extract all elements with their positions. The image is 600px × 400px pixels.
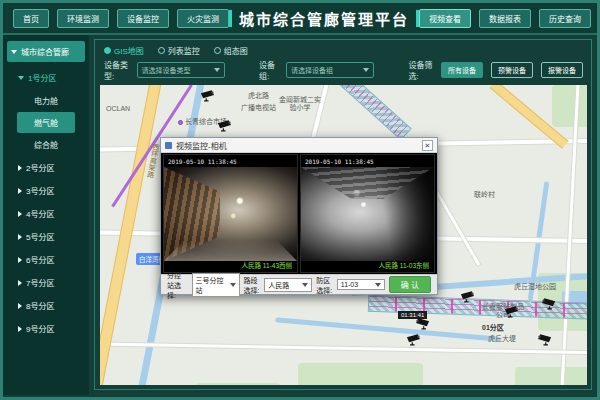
radio-list-monitor[interactable]: 列表监控 bbox=[158, 45, 200, 56]
radio-gis-map[interactable]: GIS地图 bbox=[104, 45, 144, 56]
sidebar-item-utility-cabin[interactable]: 综合舱 bbox=[17, 134, 75, 155]
radio-scada-view[interactable]: 组态图 bbox=[214, 45, 248, 56]
chevron-down-icon bbox=[11, 50, 17, 54]
dialog-controls: 分控站选择: 三号分控站 路段选择: 人民路 防区选择: 11-03 确 认 bbox=[161, 274, 437, 294]
sidebar-item-zone7[interactable]: 7号分区 bbox=[3, 271, 89, 294]
sidebar-item-zone6[interactable]: 6号分区 bbox=[3, 248, 89, 271]
nav-fire-monitor-button[interactable]: 火灾监测 bbox=[177, 9, 229, 28]
close-icon[interactable]: ✕ bbox=[422, 140, 433, 151]
video-location-label: 人民路 11-03东侧 bbox=[379, 260, 429, 270]
sidebar-item-zone2[interactable]: 2号分区 bbox=[3, 156, 89, 179]
device-type-select[interactable]: 请选择设备类型 bbox=[137, 62, 225, 78]
chevron-right-icon bbox=[18, 211, 22, 217]
radio-dot-icon bbox=[104, 47, 111, 54]
station-select-label: 分控站选择: bbox=[167, 270, 188, 300]
sidebar-item-zone1[interactable]: 1号分区 bbox=[3, 66, 89, 89]
device-type-label: 设备类型: bbox=[104, 59, 129, 81]
chevron-down-icon bbox=[18, 76, 24, 80]
map-label: 虎北路 bbox=[248, 92, 269, 100]
cctv-camera-icon[interactable] bbox=[217, 119, 235, 134]
chevron-down-icon bbox=[230, 283, 236, 287]
sidebar-root-label: 城市综合管廊 bbox=[21, 46, 69, 57]
map-label: OCLAN bbox=[106, 105, 130, 113]
zone-select-label: 防区选择: bbox=[316, 275, 333, 295]
sidebar-item-gas-cabin[interactable]: 燃气舱 bbox=[17, 112, 75, 133]
tunnel-video-frame bbox=[301, 167, 434, 261]
radio-label: 组态图 bbox=[224, 45, 248, 56]
nav-video-view-button[interactable]: 视频查看 bbox=[419, 9, 471, 28]
road-select[interactable]: 人民路 bbox=[264, 278, 312, 292]
nav-env-monitor-button[interactable]: 环境监测 bbox=[57, 9, 109, 28]
app-window: 首页 环境监测 设备监控 火灾监测 城市综合管廊管理平台 视频查看 数据报表 历… bbox=[0, 0, 600, 400]
zone-label: 5号分区 bbox=[26, 231, 54, 242]
pipe-gallery-corridor bbox=[333, 85, 412, 141]
video-panel-row: 2019-05-10 11:38:45 人民路 11-43西侧 2019-05-… bbox=[161, 153, 437, 274]
map-green-area bbox=[298, 363, 423, 385]
camera-timestamp-tooltip: 01:31:41 bbox=[398, 311, 427, 319]
map-label: 联岭村 bbox=[474, 191, 495, 199]
chevron-right-icon bbox=[18, 234, 22, 240]
sidebar-item-zone3[interactable]: 3号分区 bbox=[3, 179, 89, 202]
device-group-label: 设备组: bbox=[259, 59, 278, 81]
device-group-select[interactable]: 请选择设备组 bbox=[286, 62, 374, 78]
sidebar-item-zone4[interactable]: 4号分区 bbox=[3, 202, 89, 225]
cctv-camera-icon[interactable] bbox=[534, 333, 552, 348]
video-dialog-icon bbox=[165, 142, 172, 149]
chevron-right-icon bbox=[18, 188, 22, 194]
metro-station-icon bbox=[178, 120, 183, 125]
title-accent-bar-left bbox=[229, 10, 232, 27]
device-type-value: 请选择设备类型 bbox=[142, 65, 191, 75]
zone-badge: 01分区 bbox=[482, 322, 504, 332]
filter-warning-devices-button[interactable]: 预警设备 bbox=[491, 62, 533, 78]
cctv-camera-icon[interactable] bbox=[200, 89, 218, 104]
video-feed-right[interactable]: 2019-05-10 11:38:45 人民路 11-03东侧 bbox=[300, 154, 435, 273]
road-select-label: 路段选择: bbox=[244, 275, 261, 295]
sidebar-item-zone5[interactable]: 5号分区 bbox=[3, 225, 89, 248]
nav-history-query-button[interactable]: 历史查询 bbox=[539, 9, 591, 28]
chevron-right-icon bbox=[18, 257, 22, 263]
radio-dot-icon bbox=[158, 47, 165, 54]
map-canal bbox=[275, 317, 500, 342]
station-select[interactable]: 三号分控站 bbox=[192, 273, 240, 297]
zone-label: 3号分区 bbox=[26, 185, 54, 196]
dialog-titlebar[interactable]: 视频监控-相机 ✕ bbox=[161, 138, 437, 153]
chevron-right-icon bbox=[18, 280, 22, 286]
filter-alarm-devices-button[interactable]: 报警设备 bbox=[541, 62, 583, 78]
nav-device-monitor-button[interactable]: 设备监控 bbox=[117, 9, 169, 28]
zone-label: 8号分区 bbox=[26, 300, 54, 311]
zone-label: 9号分区 bbox=[26, 323, 54, 334]
filter-all-devices-button[interactable]: 所有设备 bbox=[441, 62, 483, 78]
map-road bbox=[100, 343, 587, 355]
cctv-camera-icon[interactable] bbox=[504, 305, 522, 320]
chevron-down-icon bbox=[302, 283, 308, 287]
map-road bbox=[559, 85, 579, 385]
map-park-area bbox=[552, 85, 587, 127]
cctv-camera-icon[interactable] bbox=[406, 333, 424, 348]
zone-select-value: 11-03 bbox=[341, 281, 358, 288]
nav-right: 视频查看 数据报表 历史查询 用户管理 bbox=[419, 9, 600, 28]
confirm-button[interactable]: 确 认 bbox=[389, 276, 431, 293]
cctv-camera-icon[interactable] bbox=[538, 297, 556, 312]
video-timestamp: 2019-05-10 11:38:45 bbox=[305, 158, 374, 165]
map-label: 虎丘大堤 bbox=[488, 335, 516, 343]
view-mode-row: GIS地图 列表监控 组态图 bbox=[100, 43, 587, 59]
radio-label: 列表监控 bbox=[168, 45, 200, 56]
nav-home-button[interactable]: 首页 bbox=[13, 9, 49, 28]
map-label: 虎丘湿地公园 bbox=[514, 283, 556, 291]
dialog-title: 视频监控-相机 bbox=[176, 140, 227, 151]
sidebar-item-zone8[interactable]: 8号分区 bbox=[3, 294, 89, 317]
cctv-camera-icon[interactable] bbox=[412, 317, 430, 332]
sidebar-item-power-cabin[interactable]: 电力舱 bbox=[17, 90, 75, 111]
defense-zone-select[interactable]: 11-03 bbox=[337, 279, 385, 290]
map-green-area bbox=[515, 367, 587, 385]
sidebar-root-item[interactable]: 城市综合管廊 bbox=[7, 41, 85, 62]
sidebar-item-zone9[interactable]: 9号分区 bbox=[3, 317, 89, 340]
page-title: 城市综合管廊管理平台 bbox=[239, 8, 409, 29]
cctv-camera-icon[interactable] bbox=[460, 290, 478, 305]
video-feed-left[interactable]: 2019-05-10 11:38:45 人民路 11-43西侧 bbox=[163, 154, 298, 273]
map-label: 金阊新城二实验小学 bbox=[276, 96, 324, 113]
zone-label: 7号分区 bbox=[26, 277, 54, 288]
nav-data-report-button[interactable]: 数据报表 bbox=[479, 9, 531, 28]
map-green-area bbox=[196, 383, 281, 385]
sidebar-tree: 城市综合管廊 1号分区 电力舱 燃气舱 综合舱 2号分区 3号分区 4号分区 5… bbox=[3, 35, 89, 395]
